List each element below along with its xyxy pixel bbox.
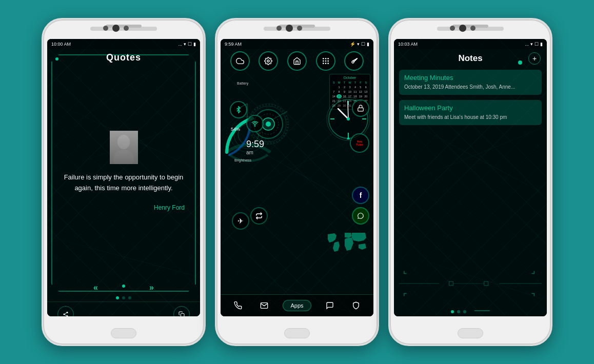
next-arrow[interactable]: »	[149, 283, 154, 292]
copy-button[interactable]	[173, 306, 190, 316]
note-card-2[interactable]: Halloween Party Meet with friends at Lis…	[399, 100, 542, 125]
dot-indicator	[122, 296, 125, 299]
quotes-screen: 10:00 AM ... ▾ ☐ ▮ Quotes	[47, 39, 200, 316]
note-1-body: October 13, 2019 Attendees Smith, Josh, …	[404, 84, 537, 91]
svg-point-43	[347, 117, 350, 120]
camera-dot	[276, 26, 282, 31]
notes-screen: 10:03 AM ... ▾ ☐ ▮ Notes +	[394, 39, 547, 316]
whatsapp-icon-btn[interactable]	[352, 207, 369, 225]
phone-notes: 10:03 AM ... ▾ ☐ ▮ Notes +	[388, 18, 552, 346]
bluetooth-icon-btn[interactable]	[230, 101, 247, 118]
svg-rect-0	[110, 131, 138, 164]
home-button[interactable]	[284, 328, 310, 338]
dot-indicator	[116, 296, 119, 299]
camera-dot	[450, 26, 455, 31]
clock-time: 9:59	[246, 139, 264, 150]
status-time: 10:00 AM	[51, 42, 71, 47]
notes-status-bar: 10:03 AM ... ▾ ☐ ▮	[394, 39, 547, 49]
note-card-1[interactable]: Meeting Minutes October 13, 2019 Attende…	[399, 70, 542, 95]
notes-title: Notes	[412, 53, 528, 64]
svg-point-16	[323, 63, 324, 64]
svg-point-12	[327, 58, 329, 59]
svg-point-45	[254, 126, 255, 126]
svg-line-42	[348, 101, 348, 119]
svg-rect-8	[181, 314, 185, 317]
svg-rect-53	[484, 281, 488, 286]
add-note-button[interactable]: +	[528, 52, 541, 65]
indicator-dot	[457, 310, 460, 313]
airplane-icon-btn[interactable]: ✈	[232, 212, 249, 230]
notes-time: 10:03 AM	[398, 42, 418, 47]
youtube-icon-btn[interactable]: You Tube	[350, 133, 369, 153]
note-2-title: Halloween Party	[404, 104, 537, 112]
camera-dot	[103, 26, 108, 31]
camera-dot2	[470, 26, 476, 31]
music-icon-btn[interactable]	[344, 51, 364, 71]
svg-point-18	[327, 63, 329, 64]
status-bar: 10:00 AM ... ▾ ☐ ▮	[47, 39, 200, 49]
svg-text:54%: 54%	[231, 127, 240, 132]
launcher-time: 9:59 AM	[225, 42, 242, 47]
indicator-dot-active	[451, 310, 454, 313]
facebook-icon-btn[interactable]: f	[352, 187, 369, 204]
quotes-body: Failure is simply the opportunity to beg…	[47, 63, 200, 279]
svg-point-9	[267, 60, 269, 62]
indicator-dot	[463, 310, 466, 313]
lock-icon-btn[interactable]	[352, 99, 369, 117]
clock-ampm: am	[246, 150, 264, 155]
launcher-status-icons: ⚡ ▾ ☐ ▮	[350, 42, 369, 47]
note-1-title: Meeting Minutes	[404, 74, 537, 82]
apps-button[interactable]: Apps	[283, 300, 311, 311]
phone-dock-btn[interactable]	[230, 298, 246, 313]
phone-launcher: 9:59 AM ⚡ ▾ ☐ ▮	[215, 18, 379, 346]
chat-dock-btn[interactable]	[322, 298, 338, 313]
corner-dot-bottom	[122, 285, 125, 288]
camera-lens	[112, 25, 120, 32]
digital-clock: 9:59 am	[246, 139, 264, 155]
camera-dot2	[124, 26, 129, 31]
share-button[interactable]	[57, 306, 74, 316]
quotes-bottom-bar	[47, 301, 200, 316]
svg-point-10	[323, 58, 324, 59]
shield-dock-btn[interactable]	[348, 298, 364, 313]
svg-point-14	[325, 60, 326, 62]
weather-icon-btn[interactable]	[230, 51, 250, 71]
launcher-dock: Apps	[221, 294, 373, 316]
svg-rect-52	[449, 281, 453, 286]
svg-point-15	[327, 60, 329, 62]
quotes-navigation: « »	[47, 279, 200, 296]
svg-point-33	[266, 122, 271, 127]
quotes-title: Quotes	[106, 52, 141, 63]
status-icons: ... ▾ ☐ ▮	[178, 42, 196, 47]
email-dock-btn[interactable]	[256, 298, 272, 313]
corner-dot	[55, 57, 58, 60]
quote-portrait	[110, 131, 138, 164]
note-2-body: Meet with friends at Lisa's house at 10:…	[404, 114, 537, 121]
svg-text:Brightness: Brightness	[234, 158, 252, 163]
home-button[interactable]	[111, 328, 136, 338]
grid-icon-btn[interactable]	[316, 51, 335, 71]
cal-month: October	[331, 76, 368, 79]
svg-point-11	[325, 58, 326, 59]
camera-lens	[286, 25, 293, 32]
settings-icon-btn[interactable]	[259, 51, 278, 71]
launcher-top-icons	[221, 49, 373, 73]
svg-line-7	[65, 313, 66, 314]
quote-text: Failure is simply the opportunity to beg…	[57, 172, 190, 194]
home-button[interactable]	[458, 328, 483, 338]
svg-point-4	[64, 314, 65, 315]
svg-point-1	[117, 135, 130, 149]
home-icon-btn[interactable]	[287, 51, 307, 71]
svg-rect-46	[358, 108, 364, 111]
quote-author: Henry Ford	[154, 204, 185, 211]
wifi-icon-btn[interactable]	[246, 115, 264, 132]
transfer-icon-btn[interactable]	[250, 207, 268, 225]
camera-lens	[459, 25, 466, 32]
dot-indicator	[128, 296, 131, 299]
prev-arrow[interactable]: «	[93, 283, 98, 292]
svg-point-13	[323, 60, 324, 62]
world-map	[325, 230, 371, 256]
indicator-line	[474, 310, 490, 311]
notes-status-icons: ... ▾ ☐ ▮	[525, 42, 543, 47]
svg-text:Battery: Battery	[237, 82, 249, 86]
